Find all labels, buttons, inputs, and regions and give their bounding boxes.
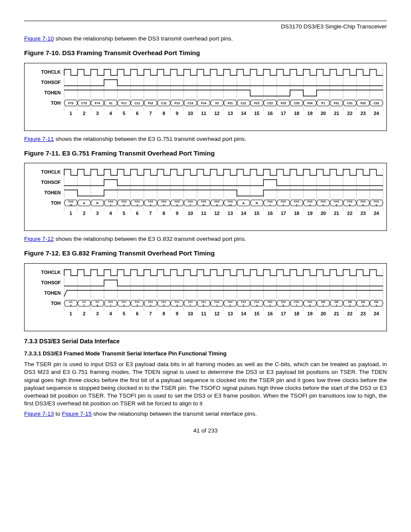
svg-text:N: N <box>256 202 258 205</box>
svg-text:GC: GC <box>69 301 73 303</box>
svg-text:18: 18 <box>294 211 299 216</box>
svg-text:20: 20 <box>321 111 326 116</box>
link-figure-7-13[interactable]: Figure 7-13 <box>24 411 54 417</box>
svg-text:FAS: FAS <box>374 200 379 203</box>
svg-text:8: 8 <box>162 111 165 116</box>
section-7-3-3-title: 7.3.3 DS3/E3 Serial Data Interface <box>24 337 387 345</box>
final-mid: to <box>54 411 62 417</box>
svg-text:FA1: FA1 <box>121 301 127 303</box>
intro-7-10: Figure 7-10 shows the relationship betwe… <box>24 35 387 43</box>
svg-text:10: 10 <box>69 204 72 206</box>
figure-7-12-diagram: TOHCLKTOHSOFTOHENTOHGC6GC7GC8FA11FA12FA1… <box>24 263 387 331</box>
svg-text:FAS: FAS <box>268 200 273 203</box>
svg-text:FAS: FAS <box>68 200 74 203</box>
svg-text:FA2: FA2 <box>294 301 299 303</box>
svg-text:FAS: FAS <box>281 200 286 203</box>
svg-text:14: 14 <box>241 211 246 216</box>
svg-text:4: 4 <box>109 311 112 316</box>
svg-text:22: 22 <box>347 311 352 316</box>
svg-text:20: 20 <box>321 211 326 216</box>
svg-text:FAS: FAS <box>135 200 140 203</box>
figure-7-11-diagram: TOHCLKTOHSOFTOHENTOHFAS10ANFAS1FAS2FAS3F… <box>24 163 387 231</box>
svg-text:10: 10 <box>229 204 232 206</box>
intro-7-12: Figure 7-12 shows the relationship betwe… <box>24 235 387 243</box>
svg-text:TOHCLK: TOHCLK <box>41 69 61 75</box>
svg-text:X2: X2 <box>215 102 219 105</box>
svg-text:FA2: FA2 <box>228 301 233 303</box>
svg-text:22: 22 <box>347 211 352 216</box>
link-figure-7-11[interactable]: Figure 7-11 <box>24 136 54 142</box>
svg-text:F22: F22 <box>254 102 259 105</box>
svg-text:9: 9 <box>176 211 178 216</box>
svg-text:F73: F73 <box>68 102 73 105</box>
svg-text:6: 6 <box>136 311 139 316</box>
svg-text:24: 24 <box>374 211 379 216</box>
svg-text:F74: F74 <box>95 102 100 105</box>
final-rest: show the relationship between the transm… <box>92 411 257 417</box>
svg-text:4: 4 <box>109 211 112 216</box>
intro-7-10-text: shows the relationship between the DS3 t… <box>54 35 233 42</box>
svg-text:23: 23 <box>361 211 366 216</box>
svg-text:F23: F23 <box>281 102 286 105</box>
svg-text:22: 22 <box>347 111 352 116</box>
svg-text:12: 12 <box>214 311 219 316</box>
svg-text:23: 23 <box>361 311 366 316</box>
section-7-3-3-1-title: 7.3.3.1 DS3/E3 Framed Mode Transmit Seri… <box>24 350 387 358</box>
svg-text:FAS: FAS <box>174 200 180 203</box>
svg-text:FA1: FA1 <box>148 301 153 303</box>
svg-text:FAS: FAS <box>201 200 206 203</box>
svg-text:20: 20 <box>321 311 326 316</box>
figure-13-15-sentence: Figure 7-13 to Figure 7-15 show the rela… <box>24 410 387 418</box>
svg-text:FAS: FAS <box>361 200 366 203</box>
svg-text:24: 24 <box>374 311 379 316</box>
svg-text:3: 3 <box>96 211 99 216</box>
intro-7-11: Figure 7-11 shows the relationship betwe… <box>24 135 387 143</box>
svg-text:16: 16 <box>268 311 273 316</box>
svg-text:GC: GC <box>96 301 100 303</box>
svg-text:FA2: FA2 <box>241 301 246 303</box>
svg-text:FA1: FA1 <box>108 301 113 303</box>
svg-text:FA1: FA1 <box>135 301 140 303</box>
svg-text:F31: F31 <box>334 102 339 105</box>
svg-text:C32: C32 <box>374 102 379 105</box>
svg-text:C13: C13 <box>187 102 193 105</box>
svg-text:16: 16 <box>268 211 273 216</box>
svg-text:1: 1 <box>69 111 72 116</box>
svg-text:F21: F21 <box>227 102 233 105</box>
svg-text:7: 7 <box>149 211 152 216</box>
svg-text:19: 19 <box>307 311 312 316</box>
svg-text:TOHSOF: TOHSOF <box>41 280 61 285</box>
svg-text:FAS: FAS <box>161 200 166 203</box>
svg-text:11: 11 <box>201 211 206 216</box>
link-figure-7-10[interactable]: Figure 7-10 <box>24 35 54 42</box>
svg-text:17: 17 <box>281 311 286 316</box>
svg-text:FAS: FAS <box>294 200 299 203</box>
link-figure-7-12[interactable]: Figure 7-12 <box>24 236 54 242</box>
svg-text:EM: EM <box>321 301 325 303</box>
svg-text:16: 16 <box>268 111 273 116</box>
svg-text:F12: F12 <box>148 102 153 105</box>
svg-text:19: 19 <box>307 111 312 116</box>
svg-text:FA1: FA1 <box>201 301 206 303</box>
svg-text:FAS: FAS <box>347 200 352 203</box>
svg-text:7: 7 <box>149 311 152 316</box>
svg-text:EM: EM <box>374 301 378 303</box>
svg-text:C11: C11 <box>134 102 140 105</box>
svg-text:18: 18 <box>294 111 299 116</box>
svg-text:FAS: FAS <box>228 200 233 203</box>
link-figure-7-15[interactable]: Figure 7-15 <box>62 411 92 417</box>
svg-text:11: 11 <box>201 111 206 116</box>
svg-text:10: 10 <box>188 211 193 216</box>
svg-text:X1: X1 <box>109 102 113 105</box>
svg-text:2: 2 <box>83 211 85 216</box>
svg-text:23: 23 <box>361 111 366 116</box>
svg-text:EM: EM <box>348 301 352 303</box>
svg-text:5: 5 <box>123 211 125 216</box>
svg-text:TOHEN: TOHEN <box>44 90 61 95</box>
svg-text:2: 2 <box>83 311 85 316</box>
svg-text:5: 5 <box>123 311 125 316</box>
body-paragraph: The TSER pin is used to input DS3 or E3 … <box>24 361 387 408</box>
svg-text:9: 9 <box>176 111 178 116</box>
svg-text:FAS: FAS <box>108 200 113 203</box>
svg-text:FA1: FA1 <box>188 301 193 303</box>
